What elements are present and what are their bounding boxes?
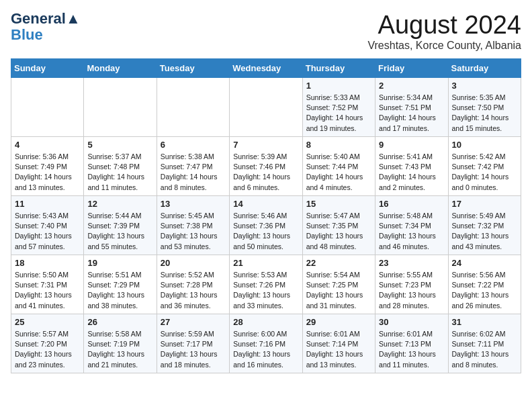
day-info: Sunrise: 5:59 AM Sunset: 7:17 PM Dayligh…	[161, 329, 226, 370]
logo-text: General▲	[11, 11, 81, 27]
day-info: Sunrise: 5:52 AM Sunset: 7:28 PM Dayligh…	[161, 270, 226, 311]
day-info: Sunrise: 5:53 AM Sunset: 7:26 PM Dayligh…	[233, 270, 298, 311]
day-info: Sunrise: 5:38 AM Sunset: 7:47 PM Dayligh…	[161, 152, 226, 193]
day-number: 7	[233, 140, 298, 150]
column-header-thursday: Thursday	[302, 59, 375, 78]
day-number: 14	[233, 199, 298, 209]
calendar-week-row: 11Sunrise: 5:43 AM Sunset: 7:40 PM Dayli…	[11, 196, 521, 255]
calendar-cell	[11, 78, 84, 137]
day-number: 3	[452, 81, 517, 91]
calendar-week-row: 18Sunrise: 5:50 AM Sunset: 7:31 PM Dayli…	[11, 255, 521, 314]
calendar-cell: 11Sunrise: 5:43 AM Sunset: 7:40 PM Dayli…	[11, 196, 84, 255]
day-number: 13	[161, 199, 226, 209]
day-number: 17	[452, 199, 517, 209]
title-block: August 2024 Vreshtas, Korce County, Alba…	[367, 11, 521, 52]
calendar-cell: 8Sunrise: 5:40 AM Sunset: 7:44 PM Daylig…	[302, 137, 375, 196]
day-info: Sunrise: 5:45 AM Sunset: 7:38 PM Dayligh…	[161, 211, 226, 252]
day-number: 12	[87, 199, 152, 209]
day-info: Sunrise: 5:58 AM Sunset: 7:19 PM Dayligh…	[87, 329, 152, 370]
day-info: Sunrise: 5:56 AM Sunset: 7:22 PM Dayligh…	[452, 270, 517, 311]
day-number: 29	[306, 317, 371, 327]
day-info: Sunrise: 5:36 AM Sunset: 7:49 PM Dayligh…	[15, 152, 80, 193]
day-info: Sunrise: 5:50 AM Sunset: 7:31 PM Dayligh…	[15, 270, 80, 311]
calendar-cell	[84, 78, 157, 137]
calendar-cell: 3Sunrise: 5:35 AM Sunset: 7:50 PM Daylig…	[448, 78, 521, 137]
calendar-cell: 26Sunrise: 5:58 AM Sunset: 7:19 PM Dayli…	[84, 314, 157, 373]
calendar-cell: 27Sunrise: 5:59 AM Sunset: 7:17 PM Dayli…	[157, 314, 229, 373]
calendar-cell: 14Sunrise: 5:46 AM Sunset: 7:36 PM Dayli…	[230, 196, 302, 255]
day-number: 11	[15, 199, 80, 209]
calendar-cell: 13Sunrise: 5:45 AM Sunset: 7:38 PM Dayli…	[157, 196, 229, 255]
column-header-tuesday: Tuesday	[157, 59, 229, 78]
column-header-wednesday: Wednesday	[230, 59, 302, 78]
calendar-cell: 24Sunrise: 5:56 AM Sunset: 7:22 PM Dayli…	[448, 255, 521, 314]
column-header-monday: Monday	[84, 59, 157, 78]
column-header-saturday: Saturday	[448, 59, 521, 78]
calendar-table: SundayMondayTuesdayWednesdayThursdayFrid…	[11, 58, 521, 373]
location-subtitle: Vreshtas, Korce County, Albania	[367, 40, 521, 52]
day-info: Sunrise: 5:40 AM Sunset: 7:44 PM Dayligh…	[306, 152, 371, 193]
day-info: Sunrise: 5:51 AM Sunset: 7:29 PM Dayligh…	[87, 270, 152, 311]
day-number: 9	[379, 140, 444, 150]
day-info: Sunrise: 5:48 AM Sunset: 7:34 PM Dayligh…	[379, 211, 444, 252]
calendar-cell: 25Sunrise: 5:57 AM Sunset: 7:20 PM Dayli…	[11, 314, 84, 373]
day-info: Sunrise: 6:00 AM Sunset: 7:16 PM Dayligh…	[233, 329, 298, 370]
day-number: 26	[87, 317, 152, 327]
calendar-cell: 9Sunrise: 5:41 AM Sunset: 7:43 PM Daylig…	[375, 137, 448, 196]
day-info: Sunrise: 5:35 AM Sunset: 7:50 PM Dayligh…	[452, 93, 517, 134]
day-number: 1	[306, 81, 371, 91]
day-info: Sunrise: 5:41 AM Sunset: 7:43 PM Dayligh…	[379, 152, 444, 193]
day-info: Sunrise: 5:46 AM Sunset: 7:36 PM Dayligh…	[233, 211, 298, 252]
calendar-cell: 7Sunrise: 5:39 AM Sunset: 7:46 PM Daylig…	[230, 137, 302, 196]
calendar-cell	[230, 78, 302, 137]
day-number: 4	[15, 140, 80, 150]
day-number: 28	[233, 317, 298, 327]
page-header: General▲ Blue August 2024 Vreshtas, Korc…	[11, 11, 521, 52]
day-number: 8	[306, 140, 371, 150]
day-number: 19	[87, 258, 152, 268]
day-info: Sunrise: 5:34 AM Sunset: 7:51 PM Dayligh…	[379, 93, 444, 134]
column-header-friday: Friday	[375, 59, 448, 78]
day-number: 6	[161, 140, 226, 150]
day-number: 15	[306, 199, 371, 209]
calendar-header-row: SundayMondayTuesdayWednesdayThursdayFrid…	[11, 59, 521, 78]
day-number: 20	[161, 258, 226, 268]
day-number: 22	[306, 258, 371, 268]
day-info: Sunrise: 5:54 AM Sunset: 7:25 PM Dayligh…	[306, 270, 371, 311]
day-info: Sunrise: 6:02 AM Sunset: 7:11 PM Dayligh…	[452, 329, 517, 370]
day-number: 31	[452, 317, 517, 327]
day-number: 27	[161, 317, 226, 327]
calendar-cell: 19Sunrise: 5:51 AM Sunset: 7:29 PM Dayli…	[84, 255, 157, 314]
day-info: Sunrise: 5:33 AM Sunset: 7:52 PM Dayligh…	[306, 93, 371, 134]
column-header-sunday: Sunday	[11, 59, 84, 78]
day-number: 24	[452, 258, 517, 268]
calendar-cell: 21Sunrise: 5:53 AM Sunset: 7:26 PM Dayli…	[230, 255, 302, 314]
day-number: 2	[379, 81, 444, 91]
day-number: 25	[15, 317, 80, 327]
day-info: Sunrise: 5:42 AM Sunset: 7:42 PM Dayligh…	[452, 152, 517, 193]
day-info: Sunrise: 5:39 AM Sunset: 7:46 PM Dayligh…	[233, 152, 298, 193]
day-info: Sunrise: 6:01 AM Sunset: 7:14 PM Dayligh…	[306, 329, 371, 370]
day-info: Sunrise: 5:47 AM Sunset: 7:35 PM Dayligh…	[306, 211, 371, 252]
month-year-title: August 2024	[367, 11, 521, 40]
calendar-cell: 30Sunrise: 6:01 AM Sunset: 7:13 PM Dayli…	[375, 314, 448, 373]
calendar-cell: 20Sunrise: 5:52 AM Sunset: 7:28 PM Dayli…	[157, 255, 229, 314]
calendar-cell: 15Sunrise: 5:47 AM Sunset: 7:35 PM Dayli…	[302, 196, 375, 255]
calendar-cell	[157, 78, 229, 137]
day-info: Sunrise: 5:57 AM Sunset: 7:20 PM Dayligh…	[15, 329, 80, 370]
calendar-cell: 1Sunrise: 5:33 AM Sunset: 7:52 PM Daylig…	[302, 78, 375, 137]
calendar-cell: 16Sunrise: 5:48 AM Sunset: 7:34 PM Dayli…	[375, 196, 448, 255]
calendar-cell: 5Sunrise: 5:37 AM Sunset: 7:48 PM Daylig…	[84, 137, 157, 196]
calendar-cell: 22Sunrise: 5:54 AM Sunset: 7:25 PM Dayli…	[302, 255, 375, 314]
day-number: 5	[87, 140, 152, 150]
day-info: Sunrise: 5:37 AM Sunset: 7:48 PM Dayligh…	[87, 152, 152, 193]
calendar-cell: 6Sunrise: 5:38 AM Sunset: 7:47 PM Daylig…	[157, 137, 229, 196]
day-number: 18	[15, 258, 80, 268]
calendar-cell: 2Sunrise: 5:34 AM Sunset: 7:51 PM Daylig…	[375, 78, 448, 137]
calendar-cell: 17Sunrise: 5:49 AM Sunset: 7:32 PM Dayli…	[448, 196, 521, 255]
day-info: Sunrise: 6:01 AM Sunset: 7:13 PM Dayligh…	[379, 329, 444, 370]
day-info: Sunrise: 5:44 AM Sunset: 7:39 PM Dayligh…	[87, 211, 152, 252]
day-info: Sunrise: 5:55 AM Sunset: 7:23 PM Dayligh…	[379, 270, 444, 311]
day-number: 21	[233, 258, 298, 268]
day-info: Sunrise: 5:49 AM Sunset: 7:32 PM Dayligh…	[452, 211, 517, 252]
